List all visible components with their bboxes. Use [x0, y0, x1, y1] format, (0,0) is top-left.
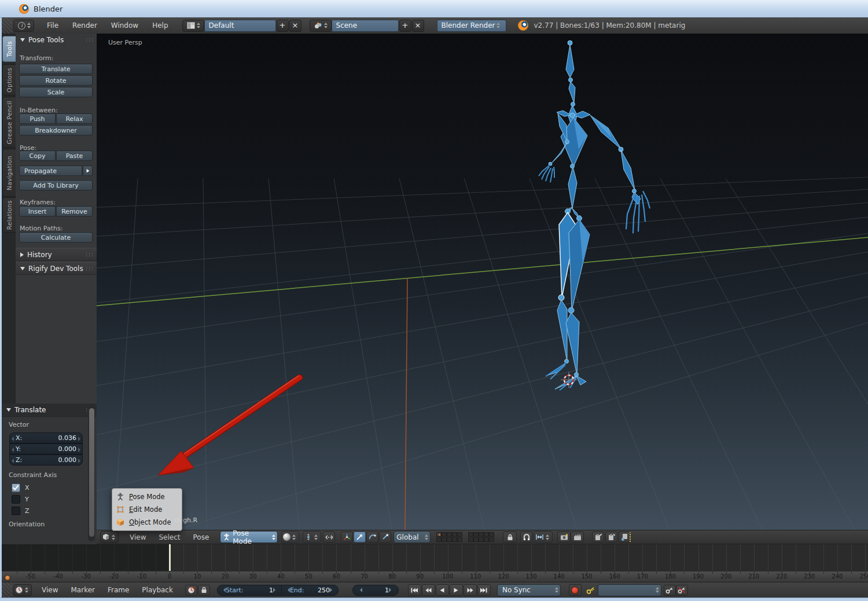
popup-item-pose-mode[interactable]: Pose Mode	[112, 490, 182, 503]
start-frame-field[interactable]: Start: 1	[217, 585, 282, 596]
constraint-axis-y-checkbox[interactable]: Y	[12, 495, 29, 504]
popup-item-edit-mode[interactable]: Edit Mode	[112, 503, 182, 516]
scene-icon-button[interactable]	[310, 20, 332, 32]
snap-element-dropdown[interactable]	[534, 531, 553, 543]
tab-navigation[interactable]: Navigation	[2, 149, 16, 197]
corner-resize-grip[interactable]	[2, 582, 12, 598]
constraint-axis-x-checkbox[interactable]: X	[12, 483, 30, 492]
constraint-axis-z-checkbox[interactable]: Z	[12, 507, 30, 515]
tl-menu-view[interactable]: View	[35, 586, 64, 594]
current-frame-field[interactable]: 1	[352, 585, 399, 596]
jump-to-start-button[interactable]	[408, 584, 421, 596]
menu-window[interactable]: Window	[104, 21, 145, 30]
paste-pose-button[interactable]: Paste	[56, 151, 93, 161]
end-frame-field[interactable]: End: 250	[282, 585, 339, 596]
auto-keyframe-record-button[interactable]	[569, 584, 582, 596]
propagate-options-button[interactable]	[83, 166, 93, 176]
copy-pose-icon-button[interactable]	[592, 532, 604, 543]
rotate-manipulator-button[interactable]	[366, 532, 378, 543]
mode-dropdown[interactable]: Pose Mode	[220, 531, 278, 543]
calculate-button[interactable]: Calculate	[19, 232, 93, 243]
current-frame-indicator[interactable]	[169, 544, 171, 571]
scale-manipulator-button[interactable]	[379, 532, 391, 543]
increment-icon[interactable]	[330, 588, 332, 592]
viewport-3d[interactable]: User Persp metarig : thigh.R	[97, 34, 868, 530]
increment-icon[interactable]	[78, 437, 80, 441]
screen-layout-icon-button[interactable]	[182, 20, 204, 32]
rotate-button[interactable]: Rotate	[19, 75, 93, 86]
increment-icon[interactable]	[273, 588, 275, 592]
add-layout-button[interactable]: +	[277, 20, 289, 32]
manipulator-toggle[interactable]	[341, 532, 353, 543]
vector-x-field[interactable]: X: 0.036	[9, 433, 83, 444]
layer-toggle[interactable]	[447, 532, 452, 537]
decrement-icon[interactable]	[360, 588, 362, 592]
manipulate-center-points-toggle[interactable]	[323, 532, 335, 543]
snap-toggle-button[interactable]	[520, 532, 532, 543]
editor-type-timeline-button[interactable]	[13, 584, 32, 596]
layer-toggle[interactable]	[489, 537, 494, 542]
vector-z-field[interactable]: Z: 0.000	[9, 455, 83, 466]
use-preview-range-toggle[interactable]	[185, 585, 197, 596]
scrollbar[interactable]	[88, 406, 95, 541]
play-reverse-button[interactable]	[436, 584, 449, 596]
pivot-point-dropdown[interactable]	[303, 531, 321, 543]
tl-menu-playback[interactable]: Playback	[135, 586, 179, 594]
jump-to-end-button[interactable]	[477, 584, 491, 596]
corner-resize-grip[interactable]	[2, 17, 12, 34]
push-button[interactable]: Push	[19, 113, 56, 124]
paste-flipped-pose-icon-button[interactable]	[619, 532, 631, 543]
menu-file[interactable]: File	[40, 21, 65, 30]
scene-name-field[interactable]: Scene	[332, 20, 399, 32]
timeline-track[interactable]	[2, 544, 868, 571]
layer-toggle[interactable]	[452, 537, 457, 542]
pose-tools-panel-header[interactable]: Pose Tools	[16, 34, 97, 46]
close-layout-button[interactable]: ×	[289, 20, 301, 32]
tl-menu-marker[interactable]: Marker	[64, 586, 101, 594]
layer-toggle[interactable]	[473, 532, 479, 537]
translate-panel-header[interactable]: Translate	[2, 404, 97, 417]
panel-drag-handle-icon[interactable]	[85, 252, 93, 257]
add-scene-button[interactable]: +	[399, 20, 411, 32]
layer-toggle[interactable]	[473, 537, 479, 542]
layer-toggle[interactable]	[442, 537, 447, 542]
layer-toggle[interactable]	[484, 537, 489, 542]
tab-relations[interactable]: Relations	[2, 197, 16, 233]
opengl-render-animation-button[interactable]	[571, 532, 584, 543]
panel-drag-handle-icon[interactable]	[85, 38, 93, 42]
vector-y-field[interactable]: Y: 0.000	[9, 444, 83, 455]
layer-toggle[interactable]	[447, 537, 452, 542]
layers-group-1[interactable]	[436, 532, 465, 543]
translate-button[interactable]: Translate	[19, 64, 93, 74]
editor-type-selector[interactable]: i	[13, 20, 34, 32]
armature-metarig[interactable]	[539, 41, 650, 390]
scrollbar-thumb[interactable]	[89, 408, 94, 537]
layer-toggle[interactable]	[468, 532, 473, 537]
copy-pose-button[interactable]: Copy	[19, 151, 56, 161]
increment-icon[interactable]	[78, 448, 80, 452]
transform-orientation-dropdown[interactable]: Global	[393, 531, 431, 543]
layer-toggle[interactable]	[479, 537, 484, 542]
viewport-shading-dropdown[interactable]	[281, 531, 299, 543]
timeline-ruler[interactable]: -50-40-30-20-100102030405060708090100110…	[2, 571, 868, 582]
opengl-render-image-button[interactable]	[557, 532, 571, 543]
layer-toggle[interactable]	[452, 532, 457, 537]
editor-type-3dview-button[interactable]	[100, 531, 119, 543]
close-scene-button[interactable]: ×	[412, 20, 424, 32]
layer-toggle[interactable]	[468, 537, 473, 542]
rigify-dev-tools-panel-header[interactable]: Rigify Dev Tools	[16, 262, 97, 275]
prev-keyframe-button[interactable]	[422, 584, 435, 596]
translate-manipulator-button[interactable]	[354, 532, 366, 543]
decrement-icon[interactable]	[12, 448, 14, 452]
layer-toggle[interactable]	[457, 537, 462, 542]
insert-keyframe-button[interactable]: Insert	[19, 206, 56, 217]
decrement-icon[interactable]	[12, 459, 14, 463]
vp-menu-view[interactable]: View	[123, 533, 152, 541]
history-panel-header[interactable]: History	[16, 248, 97, 261]
active-keying-set-field[interactable]	[598, 584, 661, 596]
layer-toggle[interactable]	[479, 532, 484, 537]
layer-toggle[interactable]	[436, 532, 442, 537]
screen-layout-name-field[interactable]: Default	[204, 20, 276, 32]
layer-toggle[interactable]	[436, 537, 442, 542]
render-engine-select[interactable]: Blender Render	[437, 20, 506, 32]
